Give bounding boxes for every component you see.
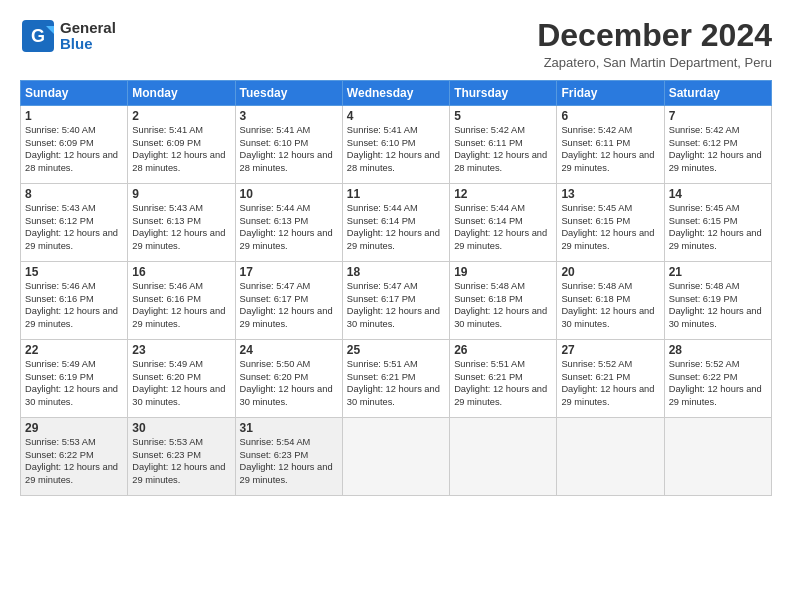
day-number: 9 (132, 187, 230, 201)
day-info: Sunrise: 5:43 AMSunset: 6:12 PMDaylight:… (25, 202, 123, 252)
calendar-cell (664, 418, 771, 496)
day-info: Sunrise: 5:42 AMSunset: 6:12 PMDaylight:… (669, 124, 767, 174)
day-info: Sunrise: 5:46 AMSunset: 6:16 PMDaylight:… (132, 280, 230, 330)
day-number: 19 (454, 265, 552, 279)
col-tuesday: Tuesday (235, 81, 342, 106)
calendar-cell: 5Sunrise: 5:42 AMSunset: 6:11 PMDaylight… (450, 106, 557, 184)
calendar-cell: 17Sunrise: 5:47 AMSunset: 6:17 PMDayligh… (235, 262, 342, 340)
day-info: Sunrise: 5:52 AMSunset: 6:21 PMDaylight:… (561, 358, 659, 408)
day-info: Sunrise: 5:51 AMSunset: 6:21 PMDaylight:… (454, 358, 552, 408)
col-thursday: Thursday (450, 81, 557, 106)
calendar-cell: 9Sunrise: 5:43 AMSunset: 6:13 PMDaylight… (128, 184, 235, 262)
day-number: 5 (454, 109, 552, 123)
day-number: 18 (347, 265, 445, 279)
calendar-cell: 25Sunrise: 5:51 AMSunset: 6:21 PMDayligh… (342, 340, 449, 418)
day-info: Sunrise: 5:49 AMSunset: 6:19 PMDaylight:… (25, 358, 123, 408)
calendar-cell: 19Sunrise: 5:48 AMSunset: 6:18 PMDayligh… (450, 262, 557, 340)
day-number: 25 (347, 343, 445, 357)
logo-blue: Blue (60, 36, 116, 53)
day-number: 7 (669, 109, 767, 123)
calendar-cell: 12Sunrise: 5:44 AMSunset: 6:14 PMDayligh… (450, 184, 557, 262)
calendar-cell (450, 418, 557, 496)
day-info: Sunrise: 5:45 AMSunset: 6:15 PMDaylight:… (669, 202, 767, 252)
calendar-table: Sunday Monday Tuesday Wednesday Thursday… (20, 80, 772, 496)
day-number: 22 (25, 343, 123, 357)
day-info: Sunrise: 5:50 AMSunset: 6:20 PMDaylight:… (240, 358, 338, 408)
day-number: 20 (561, 265, 659, 279)
day-info: Sunrise: 5:47 AMSunset: 6:17 PMDaylight:… (240, 280, 338, 330)
day-info: Sunrise: 5:41 AMSunset: 6:09 PMDaylight:… (132, 124, 230, 174)
calendar-cell: 28Sunrise: 5:52 AMSunset: 6:22 PMDayligh… (664, 340, 771, 418)
day-info: Sunrise: 5:43 AMSunset: 6:13 PMDaylight:… (132, 202, 230, 252)
calendar-cell: 6Sunrise: 5:42 AMSunset: 6:11 PMDaylight… (557, 106, 664, 184)
calendar-cell: 15Sunrise: 5:46 AMSunset: 6:16 PMDayligh… (21, 262, 128, 340)
day-number: 2 (132, 109, 230, 123)
day-info: Sunrise: 5:45 AMSunset: 6:15 PMDaylight:… (561, 202, 659, 252)
col-saturday: Saturday (664, 81, 771, 106)
day-number: 13 (561, 187, 659, 201)
subtitle: Zapatero, San Martin Department, Peru (537, 55, 772, 70)
calendar-cell: 21Sunrise: 5:48 AMSunset: 6:19 PMDayligh… (664, 262, 771, 340)
day-info: Sunrise: 5:49 AMSunset: 6:20 PMDaylight:… (132, 358, 230, 408)
calendar-cell: 30Sunrise: 5:53 AMSunset: 6:23 PMDayligh… (128, 418, 235, 496)
day-info: Sunrise: 5:52 AMSunset: 6:22 PMDaylight:… (669, 358, 767, 408)
calendar-week-2: 8Sunrise: 5:43 AMSunset: 6:12 PMDaylight… (21, 184, 772, 262)
calendar-header-row: Sunday Monday Tuesday Wednesday Thursday… (21, 81, 772, 106)
calendar-cell: 31Sunrise: 5:54 AMSunset: 6:23 PMDayligh… (235, 418, 342, 496)
calendar-week-5: 29Sunrise: 5:53 AMSunset: 6:22 PMDayligh… (21, 418, 772, 496)
calendar-cell: 11Sunrise: 5:44 AMSunset: 6:14 PMDayligh… (342, 184, 449, 262)
day-info: Sunrise: 5:44 AMSunset: 6:13 PMDaylight:… (240, 202, 338, 252)
day-number: 3 (240, 109, 338, 123)
calendar-cell: 8Sunrise: 5:43 AMSunset: 6:12 PMDaylight… (21, 184, 128, 262)
logo-icon: G (20, 18, 56, 54)
day-info: Sunrise: 5:53 AMSunset: 6:22 PMDaylight:… (25, 436, 123, 486)
calendar-cell: 16Sunrise: 5:46 AMSunset: 6:16 PMDayligh… (128, 262, 235, 340)
calendar-cell: 27Sunrise: 5:52 AMSunset: 6:21 PMDayligh… (557, 340, 664, 418)
calendar-cell: 7Sunrise: 5:42 AMSunset: 6:12 PMDaylight… (664, 106, 771, 184)
day-info: Sunrise: 5:41 AMSunset: 6:10 PMDaylight:… (347, 124, 445, 174)
day-number: 17 (240, 265, 338, 279)
svg-text:G: G (31, 26, 45, 46)
calendar-cell: 18Sunrise: 5:47 AMSunset: 6:17 PMDayligh… (342, 262, 449, 340)
col-friday: Friday (557, 81, 664, 106)
day-info: Sunrise: 5:48 AMSunset: 6:18 PMDaylight:… (561, 280, 659, 330)
calendar-cell: 26Sunrise: 5:51 AMSunset: 6:21 PMDayligh… (450, 340, 557, 418)
day-number: 28 (669, 343, 767, 357)
calendar-cell: 23Sunrise: 5:49 AMSunset: 6:20 PMDayligh… (128, 340, 235, 418)
col-wednesday: Wednesday (342, 81, 449, 106)
day-info: Sunrise: 5:46 AMSunset: 6:16 PMDaylight:… (25, 280, 123, 330)
calendar-cell: 4Sunrise: 5:41 AMSunset: 6:10 PMDaylight… (342, 106, 449, 184)
day-number: 4 (347, 109, 445, 123)
day-info: Sunrise: 5:40 AMSunset: 6:09 PMDaylight:… (25, 124, 123, 174)
day-number: 1 (25, 109, 123, 123)
day-info: Sunrise: 5:54 AMSunset: 6:23 PMDaylight:… (240, 436, 338, 486)
day-info: Sunrise: 5:42 AMSunset: 6:11 PMDaylight:… (454, 124, 552, 174)
calendar-cell: 10Sunrise: 5:44 AMSunset: 6:13 PMDayligh… (235, 184, 342, 262)
calendar-cell: 20Sunrise: 5:48 AMSunset: 6:18 PMDayligh… (557, 262, 664, 340)
day-info: Sunrise: 5:41 AMSunset: 6:10 PMDaylight:… (240, 124, 338, 174)
calendar-cell: 14Sunrise: 5:45 AMSunset: 6:15 PMDayligh… (664, 184, 771, 262)
day-info: Sunrise: 5:51 AMSunset: 6:21 PMDaylight:… (347, 358, 445, 408)
page: G General Blue December 2024 Zapatero, S… (0, 0, 792, 612)
calendar-cell: 1Sunrise: 5:40 AMSunset: 6:09 PMDaylight… (21, 106, 128, 184)
logo-general: General (60, 20, 116, 37)
calendar-cell: 22Sunrise: 5:49 AMSunset: 6:19 PMDayligh… (21, 340, 128, 418)
day-number: 27 (561, 343, 659, 357)
calendar-cell: 13Sunrise: 5:45 AMSunset: 6:15 PMDayligh… (557, 184, 664, 262)
calendar-week-1: 1Sunrise: 5:40 AMSunset: 6:09 PMDaylight… (21, 106, 772, 184)
day-info: Sunrise: 5:48 AMSunset: 6:19 PMDaylight:… (669, 280, 767, 330)
day-number: 6 (561, 109, 659, 123)
col-monday: Monday (128, 81, 235, 106)
day-info: Sunrise: 5:44 AMSunset: 6:14 PMDaylight:… (454, 202, 552, 252)
day-number: 11 (347, 187, 445, 201)
logo: G General Blue (20, 18, 116, 54)
day-info: Sunrise: 5:44 AMSunset: 6:14 PMDaylight:… (347, 202, 445, 252)
title-block: December 2024 Zapatero, San Martin Depar… (537, 18, 772, 70)
day-info: Sunrise: 5:48 AMSunset: 6:18 PMDaylight:… (454, 280, 552, 330)
day-number: 16 (132, 265, 230, 279)
day-number: 26 (454, 343, 552, 357)
day-number: 14 (669, 187, 767, 201)
day-number: 29 (25, 421, 123, 435)
day-number: 30 (132, 421, 230, 435)
day-number: 31 (240, 421, 338, 435)
